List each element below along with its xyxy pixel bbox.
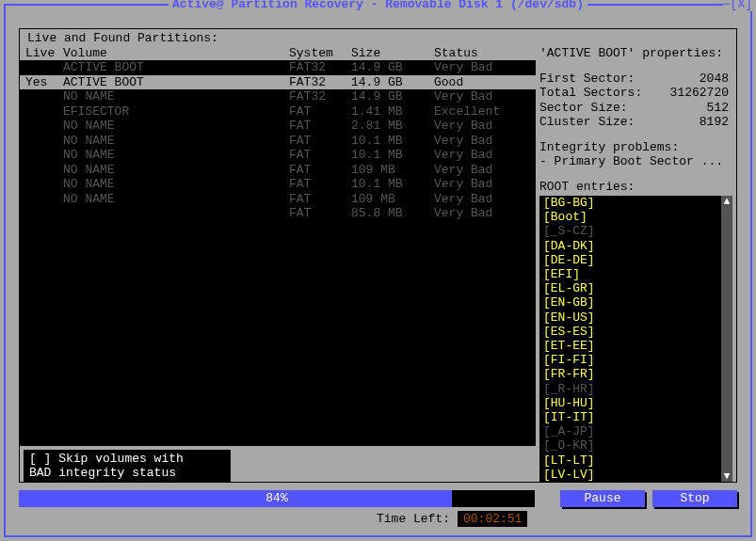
title-bar: Active@ Partition Recovery - Removable D… — [6, 0, 750, 11]
progress-text: 84% — [19, 490, 535, 507]
skip-checkbox[interactable]: [ ] Skip volumes with BAD integrity stat… — [24, 450, 231, 482]
table-row[interactable]: NO NAMEFAT10.1 MBVery Bad — [20, 148, 536, 163]
table-row[interactable]: NO NAMEFAT2.81 MBVery Bad — [20, 119, 536, 134]
table-row[interactable]: NO NAMEFAT109 MBVery Bad — [20, 163, 536, 178]
root-entry[interactable]: [EN-GB] — [543, 295, 717, 310]
root-entry[interactable]: [_O-KR] — [543, 438, 717, 453]
property-row: First Sector:2048 — [539, 72, 736, 87]
scroll-up-icon[interactable]: ▲ — [721, 196, 732, 207]
root-entry[interactable]: [_A-JP] — [543, 424, 717, 438]
col-status: Status — [434, 46, 530, 60]
stop-button[interactable]: Stop — [652, 490, 737, 507]
skip-line1: [ ] Skip volumes with — [29, 452, 225, 466]
skip-line2: BAD integrity status — [29, 466, 225, 480]
scroll-down-icon[interactable]: ▼ — [721, 470, 732, 482]
pause-button[interactable]: Pause — [560, 490, 645, 507]
col-system: System — [289, 46, 351, 60]
table-header: Live Volume System Size Status — [20, 46, 536, 60]
table-row[interactable]: NO NAMEFAT3214.9 GBVery Bad — [20, 89, 536, 104]
integrity-label: Integrity problems: — [539, 140, 736, 154]
root-entry[interactable]: [FI-FI] — [543, 353, 717, 367]
root-entry[interactable]: [IT-IT] — [543, 410, 717, 424]
root-entry[interactable]: [ET-EE] — [543, 339, 717, 353]
close-button[interactable]: ─[X] — [723, 0, 752, 11]
root-entry[interactable]: [EL-GR] — [543, 281, 717, 295]
table-row[interactable]: FAT85.8 MBVery Bad — [20, 206, 536, 221]
root-title: ROOT entries: — [539, 180, 736, 194]
properties-list: First Sector:2048Total Sectors:31262720S… — [539, 72, 736, 130]
partition-panel: Live Volume System Size Status ACTIVE BO… — [20, 46, 536, 482]
root-entry[interactable]: [HU-HU] — [543, 396, 717, 410]
root-list[interactable]: [BG-BG][Boot][_S-CZ][DA-DK][DE-DE][EFI][… — [539, 196, 721, 482]
root-entry[interactable]: [LV-LV] — [543, 468, 717, 482]
col-live: Live — [25, 46, 63, 60]
content-frame: Live and Found Partitions: Live Volume S… — [19, 28, 737, 483]
table-row[interactable]: EFISECTORFAT1.41 MBExcellent — [20, 104, 536, 119]
col-size: Size — [351, 46, 434, 60]
root-entry[interactable]: [EN-US] — [543, 310, 717, 325]
root-entry[interactable]: [EFI] — [543, 267, 717, 281]
integrity-item: - Primary Boot Sector ... — [539, 154, 736, 168]
root-entry[interactable]: [Boot] — [543, 210, 717, 224]
window-title: Active@ Partition Recovery - Removable D… — [169, 0, 587, 11]
root-entry[interactable]: [BG-BG] — [543, 196, 717, 210]
root-entry[interactable]: [FR-FR] — [543, 367, 717, 381]
root-entries-box: [BG-BG][Boot][_S-CZ][DA-DK][DE-DE][EFI][… — [539, 196, 732, 482]
scrollbar[interactable]: ▲ ▼ — [721, 196, 732, 482]
root-entry[interactable]: [DA-DK] — [543, 239, 717, 253]
live-found-label: Live and Found Partitions: — [20, 29, 736, 45]
table-row[interactable]: NO NAMEFAT10.1 MBVery Bad — [20, 134, 536, 149]
table-row[interactable]: ACTIVE BOOTFAT3214.9 GBVery Bad — [20, 60, 536, 75]
time-left-label: Time Left: — [377, 512, 450, 526]
partition-list[interactable]: ACTIVE BOOTFAT3214.9 GBVery BadYesACTIVE… — [20, 60, 536, 446]
root-entry[interactable]: [ES-ES] — [543, 325, 717, 339]
root-entry[interactable]: [_S-CZ] — [543, 224, 717, 238]
properties-title: 'ACTIVE BOOT' properties: — [539, 46, 736, 60]
root-entry[interactable]: [LT-LT] — [543, 453, 717, 468]
table-row[interactable]: YesACTIVE BOOTFAT3214.9 GBGood — [20, 75, 536, 90]
property-row: Cluster Size:8192 — [539, 115, 736, 130]
property-row: Sector Size:512 — [539, 101, 736, 116]
table-row[interactable]: NO NAMEFAT109 MBVery Bad — [20, 192, 536, 207]
properties-panel: 'ACTIVE BOOT' properties: First Sector:2… — [536, 46, 736, 482]
root-entry[interactable]: [_R-HR] — [543, 382, 717, 396]
main-frame: Active@ Partition Recovery - Removable D… — [4, 4, 752, 537]
bottom-bar: 84% Pause Stop Time Left: 00:02:51 — [19, 490, 737, 528]
root-entry[interactable]: [DE-DE] — [543, 253, 717, 267]
progress-bar: 84% — [19, 490, 535, 507]
table-row[interactable]: NO NAMEFAT10.1 MBVery Bad — [20, 177, 536, 192]
col-volume: Volume — [63, 46, 289, 60]
property-row: Total Sectors:31262720 — [539, 86, 736, 101]
time-left-value: 00:02:51 — [458, 511, 527, 527]
